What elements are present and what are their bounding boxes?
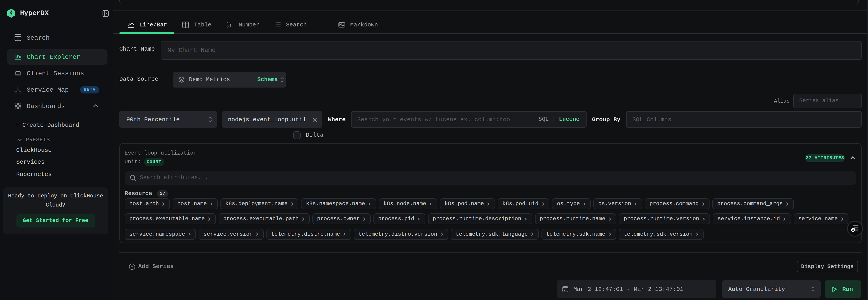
svg-text:2: 2 — [227, 25, 229, 28]
svg-text:3: 3 — [229, 24, 231, 28]
